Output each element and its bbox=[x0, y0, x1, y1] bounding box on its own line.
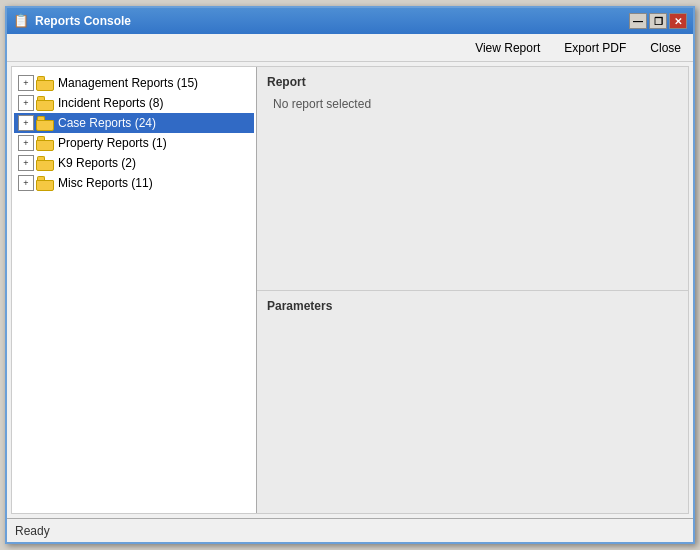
main-content: + Management Reports (15) + Incident Rep… bbox=[11, 66, 689, 514]
right-panel: Report No report selected Parameters bbox=[257, 67, 688, 513]
tree-label-case: Case Reports (24) bbox=[58, 116, 156, 130]
menu-bar: View Report Export PDF Close bbox=[7, 34, 693, 62]
title-bar: 📋 Reports Console — ❐ ✕ bbox=[7, 8, 693, 34]
status-text: Ready bbox=[15, 524, 50, 538]
status-bar: Ready bbox=[7, 518, 693, 542]
tree-label-misc: Misc Reports (11) bbox=[58, 176, 153, 190]
tree-item-misc[interactable]: + Misc Reports (11) bbox=[14, 173, 254, 193]
tree-item-management[interactable]: + Management Reports (15) bbox=[14, 73, 254, 93]
export-pdf-menu-item[interactable]: Export PDF bbox=[560, 39, 630, 57]
view-report-menu-item[interactable]: View Report bbox=[471, 39, 544, 57]
params-section-title: Parameters bbox=[267, 299, 678, 313]
title-bar-left: 📋 Reports Console bbox=[13, 13, 131, 29]
window-title: Reports Console bbox=[35, 14, 131, 28]
expand-k9[interactable]: + bbox=[18, 155, 34, 171]
window-close-button[interactable]: ✕ bbox=[669, 13, 687, 29]
window-icon: 📋 bbox=[13, 13, 29, 29]
tree-label-k9: K9 Reports (2) bbox=[58, 156, 136, 170]
report-section: Report No report selected bbox=[257, 67, 688, 291]
expand-property[interactable]: + bbox=[18, 135, 34, 151]
report-section-title: Report bbox=[267, 75, 678, 89]
close-menu-item[interactable]: Close bbox=[646, 39, 685, 57]
folder-icon-case bbox=[36, 116, 54, 131]
reports-console-window: 📋 Reports Console — ❐ ✕ View Report Expo… bbox=[5, 6, 695, 544]
params-section: Parameters bbox=[257, 291, 688, 514]
tree-panel: + Management Reports (15) + Incident Rep… bbox=[12, 67, 257, 513]
minimize-button[interactable]: — bbox=[629, 13, 647, 29]
tree-label-incident: Incident Reports (8) bbox=[58, 96, 163, 110]
folder-icon-incident bbox=[36, 96, 54, 111]
expand-case[interactable]: + bbox=[18, 115, 34, 131]
expand-management[interactable]: + bbox=[18, 75, 34, 91]
no-report-text: No report selected bbox=[267, 97, 678, 111]
folder-icon-property bbox=[36, 136, 54, 151]
folder-icon-misc bbox=[36, 176, 54, 191]
expand-misc[interactable]: + bbox=[18, 175, 34, 191]
tree-item-incident[interactable]: + Incident Reports (8) bbox=[14, 93, 254, 113]
folder-icon-k9 bbox=[36, 156, 54, 171]
tree-item-k9[interactable]: + K9 Reports (2) bbox=[14, 153, 254, 173]
tree-label-property: Property Reports (1) bbox=[58, 136, 167, 150]
restore-button[interactable]: ❐ bbox=[649, 13, 667, 29]
tree-item-case[interactable]: + Case Reports (24) bbox=[14, 113, 254, 133]
tree-item-property[interactable]: + Property Reports (1) bbox=[14, 133, 254, 153]
title-buttons: — ❐ ✕ bbox=[629, 13, 687, 29]
tree-label-management: Management Reports (15) bbox=[58, 76, 198, 90]
folder-icon-management bbox=[36, 76, 54, 91]
expand-incident[interactable]: + bbox=[18, 95, 34, 111]
